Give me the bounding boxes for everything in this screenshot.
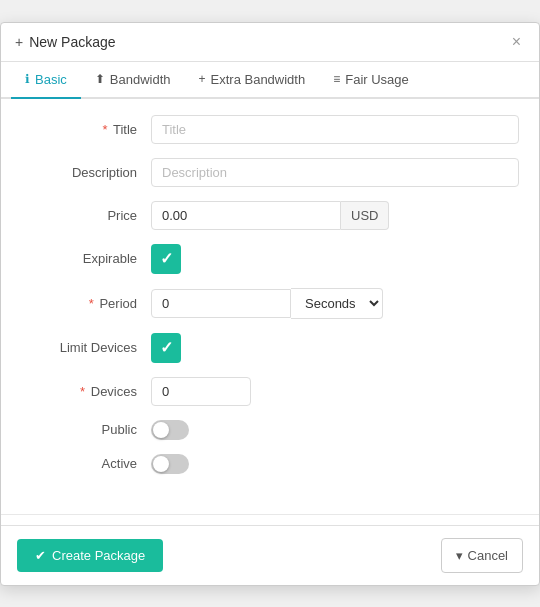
title-input[interactable]: [151, 115, 519, 144]
modal-header: + New Package ×: [1, 23, 539, 62]
description-input[interactable]: [151, 158, 519, 187]
active-row: Active: [21, 454, 519, 474]
limit-devices-checkbox[interactable]: ✓: [151, 333, 181, 363]
devices-label: * Devices: [21, 384, 151, 399]
tab-basic[interactable]: ℹ Basic: [11, 62, 81, 99]
tab-fair-usage[interactable]: ≡ Fair Usage: [319, 62, 423, 99]
cancel-button[interactable]: ▾ Cancel: [441, 538, 523, 573]
create-check-icon: ✔: [35, 548, 46, 563]
public-label: Public: [21, 422, 151, 437]
limit-devices-label: Limit Devices: [21, 340, 151, 355]
modal-footer: ✔ Create Package ▾ Cancel: [1, 525, 539, 585]
tab-extra-bandwidth-label: Extra Bandwidth: [211, 72, 306, 87]
description-row: Description: [21, 158, 519, 187]
public-row: Public: [21, 420, 519, 440]
tab-fair-usage-label: Fair Usage: [345, 72, 409, 87]
price-row: Price USD: [21, 201, 519, 230]
cancel-arrow-icon: ▾: [456, 548, 463, 563]
bandwidth-icon: ⬆: [95, 72, 105, 86]
fair-usage-icon: ≡: [333, 72, 340, 86]
create-package-button[interactable]: ✔ Create Package: [17, 539, 163, 572]
modal-title-text: New Package: [29, 34, 115, 50]
close-icon: ×: [512, 33, 521, 50]
description-label: Description: [21, 165, 151, 180]
plus-icon: +: [15, 34, 23, 50]
period-field-group: Seconds Minutes Hours Days Months: [151, 288, 383, 319]
modal-title: + New Package: [15, 34, 116, 50]
title-label: * Title: [21, 122, 151, 137]
footer-divider: [1, 514, 539, 515]
devices-input[interactable]: [151, 377, 251, 406]
period-unit-select[interactable]: Seconds Minutes Hours Days Months: [291, 288, 383, 319]
form-body: * Title Description Price USD Exp: [1, 99, 539, 504]
tab-basic-label: Basic: [35, 72, 67, 87]
limit-devices-row: Limit Devices ✓: [21, 333, 519, 363]
expirable-row: Expirable ✓: [21, 244, 519, 274]
period-label: * Period: [21, 296, 151, 311]
check-icon-limit: ✓: [160, 338, 173, 357]
tab-extra-bandwidth[interactable]: + Extra Bandwidth: [185, 62, 320, 99]
check-icon: ✓: [160, 249, 173, 268]
close-button[interactable]: ×: [508, 33, 525, 51]
expirable-checkbox[interactable]: ✓: [151, 244, 181, 274]
create-label: Create Package: [52, 548, 145, 563]
devices-row: * Devices: [21, 377, 519, 406]
required-star: *: [102, 122, 107, 137]
tab-bandwidth-label: Bandwidth: [110, 72, 171, 87]
active-toggle[interactable]: [151, 454, 189, 474]
active-label: Active: [21, 456, 151, 471]
expirable-label: Expirable: [21, 251, 151, 266]
extra-bandwidth-icon: +: [199, 72, 206, 86]
price-label: Price: [21, 208, 151, 223]
new-package-modal: + New Package × ℹ Basic ⬆ Bandwidth + Ex…: [0, 22, 540, 586]
required-star-period: *: [89, 296, 94, 311]
price-field-group: USD: [151, 201, 389, 230]
tab-bar: ℹ Basic ⬆ Bandwidth + Extra Bandwidth ≡ …: [1, 62, 539, 99]
public-toggle[interactable]: [151, 420, 189, 440]
period-row: * Period Seconds Minutes Hours Days Mont…: [21, 288, 519, 319]
required-star-devices: *: [80, 384, 85, 399]
title-row: * Title: [21, 115, 519, 144]
price-input[interactable]: [151, 201, 341, 230]
currency-label: USD: [341, 201, 389, 230]
cancel-label: Cancel: [468, 548, 508, 563]
tab-bandwidth[interactable]: ⬆ Bandwidth: [81, 62, 185, 99]
period-input[interactable]: [151, 289, 291, 318]
basic-icon: ℹ: [25, 72, 30, 86]
